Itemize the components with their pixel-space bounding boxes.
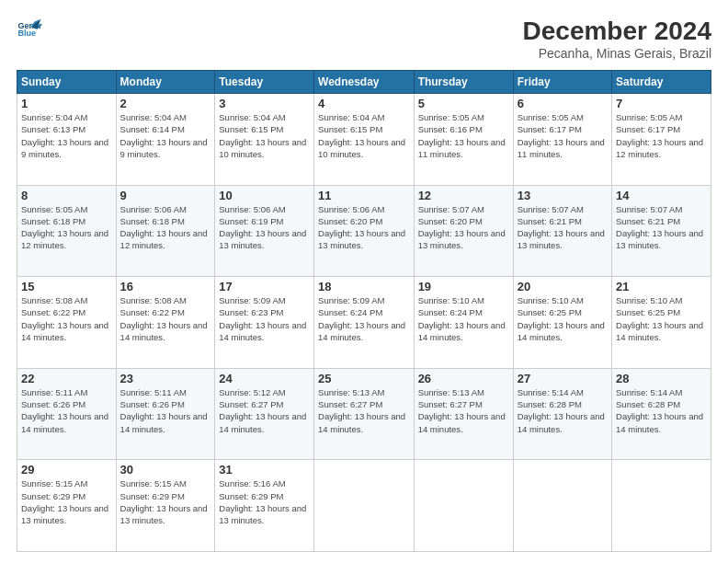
table-cell: 9 Sunrise: 5:06 AMSunset: 6:18 PMDayligh… <box>116 185 215 277</box>
svg-text:Blue: Blue <box>17 29 36 38</box>
main-title: December 2024 <box>523 17 711 46</box>
table-cell: 7 Sunrise: 5:05 AMSunset: 6:17 PMDayligh… <box>612 94 711 186</box>
day-number: 2 <box>120 97 211 110</box>
day-number: 15 <box>21 280 112 293</box>
day-number: 9 <box>120 189 211 202</box>
day-info: Sunrise: 5:10 AMSunset: 6:25 PMDaylight:… <box>518 294 608 343</box>
table-cell: 22 Sunrise: 5:11 AMSunset: 6:26 PMDaylig… <box>17 368 117 460</box>
day-number: 22 <box>21 372 112 385</box>
table-cell: 18 Sunrise: 5:09 AMSunset: 6:24 PMDaylig… <box>314 277 415 369</box>
calendar-table: Sunday Monday Tuesday Wednesday Thursday… <box>17 70 711 552</box>
day-info: Sunrise: 5:09 AMSunset: 6:23 PMDaylight:… <box>219 294 310 343</box>
day-number: 8 <box>21 189 112 202</box>
table-cell: 27 Sunrise: 5:14 AMSunset: 6:28 PMDaylig… <box>513 368 611 460</box>
day-info: Sunrise: 5:09 AMSunset: 6:24 PMDaylight:… <box>318 294 410 343</box>
header-row: Sunday Monday Tuesday Wednesday Thursday… <box>17 71 711 94</box>
table-cell <box>513 460 611 552</box>
col-sunday: Sunday <box>17 71 117 94</box>
table-cell: 21 Sunrise: 5:10 AMSunset: 6:25 PMDaylig… <box>612 277 711 369</box>
day-info: Sunrise: 5:05 AMSunset: 6:17 PMDaylight:… <box>616 111 707 160</box>
table-cell: 30 Sunrise: 5:15 AMSunset: 6:29 PMDaylig… <box>116 460 215 552</box>
day-info: Sunrise: 5:06 AMSunset: 6:19 PMDaylight:… <box>219 203 310 252</box>
day-info: Sunrise: 5:08 AMSunset: 6:22 PMDaylight:… <box>120 294 211 343</box>
table-cell: 4 Sunrise: 5:04 AMSunset: 6:15 PMDayligh… <box>314 94 415 186</box>
table-cell: 8 Sunrise: 5:05 AMSunset: 6:18 PMDayligh… <box>17 185 117 277</box>
day-number: 18 <box>318 280 410 293</box>
day-info: Sunrise: 5:05 AMSunset: 6:16 PMDaylight:… <box>418 111 509 160</box>
col-monday: Monday <box>116 71 215 94</box>
day-number: 4 <box>318 97 410 110</box>
day-info: Sunrise: 5:05 AMSunset: 6:18 PMDaylight:… <box>21 203 112 252</box>
col-wednesday: Wednesday <box>314 71 415 94</box>
table-cell: 13 Sunrise: 5:07 AMSunset: 6:21 PMDaylig… <box>513 185 611 277</box>
day-number: 1 <box>21 97 112 110</box>
day-info: Sunrise: 5:15 AMSunset: 6:29 PMDaylight:… <box>120 477 211 526</box>
day-number: 5 <box>418 97 509 110</box>
table-row: 29 Sunrise: 5:15 AMSunset: 6:29 PMDaylig… <box>17 460 711 552</box>
table-cell: 28 Sunrise: 5:14 AMSunset: 6:28 PMDaylig… <box>612 368 711 460</box>
table-cell: 31 Sunrise: 5:16 AMSunset: 6:29 PMDaylig… <box>215 460 314 552</box>
day-number: 14 <box>616 189 707 202</box>
day-number: 28 <box>616 372 707 385</box>
day-number: 11 <box>318 189 410 202</box>
col-tuesday: Tuesday <box>215 71 314 94</box>
table-cell: 25 Sunrise: 5:13 AMSunset: 6:27 PMDaylig… <box>314 368 415 460</box>
table-cell: 20 Sunrise: 5:10 AMSunset: 6:25 PMDaylig… <box>513 277 611 369</box>
day-number: 23 <box>120 372 211 385</box>
table-row: 22 Sunrise: 5:11 AMSunset: 6:26 PMDaylig… <box>17 368 711 460</box>
day-info: Sunrise: 5:05 AMSunset: 6:17 PMDaylight:… <box>518 111 608 160</box>
day-info: Sunrise: 5:08 AMSunset: 6:22 PMDaylight:… <box>21 294 112 343</box>
col-saturday: Saturday <box>612 71 711 94</box>
day-number: 16 <box>120 280 211 293</box>
day-info: Sunrise: 5:04 AMSunset: 6:13 PMDaylight:… <box>21 111 112 160</box>
logo-icon: General Blue <box>17 17 42 42</box>
day-number: 31 <box>219 463 310 477</box>
day-info: Sunrise: 5:13 AMSunset: 6:27 PMDaylight:… <box>418 386 509 435</box>
day-number: 25 <box>318 372 410 385</box>
day-number: 26 <box>418 372 509 385</box>
day-info: Sunrise: 5:07 AMSunset: 6:20 PMDaylight:… <box>418 203 509 252</box>
table-cell: 23 Sunrise: 5:11 AMSunset: 6:26 PMDaylig… <box>116 368 215 460</box>
day-info: Sunrise: 5:10 AMSunset: 6:25 PMDaylight:… <box>616 294 707 343</box>
table-cell: 15 Sunrise: 5:08 AMSunset: 6:22 PMDaylig… <box>17 277 117 369</box>
day-number: 17 <box>219 280 310 293</box>
table-cell: 11 Sunrise: 5:06 AMSunset: 6:20 PMDaylig… <box>314 185 415 277</box>
day-info: Sunrise: 5:12 AMSunset: 6:27 PMDaylight:… <box>219 386 310 435</box>
col-thursday: Thursday <box>414 71 513 94</box>
table-cell: 19 Sunrise: 5:10 AMSunset: 6:24 PMDaylig… <box>414 277 513 369</box>
day-number: 24 <box>219 372 310 385</box>
table-cell: 6 Sunrise: 5:05 AMSunset: 6:17 PMDayligh… <box>513 94 611 186</box>
day-info: Sunrise: 5:14 AMSunset: 6:28 PMDaylight:… <box>616 386 707 435</box>
table-cell: 26 Sunrise: 5:13 AMSunset: 6:27 PMDaylig… <box>414 368 513 460</box>
table-cell: 3 Sunrise: 5:04 AMSunset: 6:15 PMDayligh… <box>215 94 314 186</box>
subtitle: Pecanha, Minas Gerais, Brazil <box>523 46 711 61</box>
table-cell: 12 Sunrise: 5:07 AMSunset: 6:20 PMDaylig… <box>414 185 513 277</box>
day-number: 3 <box>219 97 310 110</box>
header: General Blue December 2024 Pecanha, Mina… <box>17 17 711 61</box>
day-info: Sunrise: 5:06 AMSunset: 6:18 PMDaylight:… <box>120 203 211 252</box>
day-info: Sunrise: 5:04 AMSunset: 6:14 PMDaylight:… <box>120 111 211 160</box>
table-cell <box>314 460 415 552</box>
day-info: Sunrise: 5:11 AMSunset: 6:26 PMDaylight:… <box>120 386 211 435</box>
logo: General Blue <box>17 17 42 42</box>
day-number: 7 <box>616 97 707 110</box>
day-info: Sunrise: 5:11 AMSunset: 6:26 PMDaylight:… <box>21 386 112 435</box>
day-number: 29 <box>21 463 112 477</box>
day-number: 19 <box>418 280 509 293</box>
table-cell: 16 Sunrise: 5:08 AMSunset: 6:22 PMDaylig… <box>116 277 215 369</box>
day-number: 21 <box>616 280 707 293</box>
table-row: 15 Sunrise: 5:08 AMSunset: 6:22 PMDaylig… <box>17 277 711 369</box>
day-info: Sunrise: 5:16 AMSunset: 6:29 PMDaylight:… <box>219 477 310 526</box>
day-number: 10 <box>219 189 310 202</box>
col-friday: Friday <box>513 71 611 94</box>
table-cell: 10 Sunrise: 5:06 AMSunset: 6:19 PMDaylig… <box>215 185 314 277</box>
day-info: Sunrise: 5:15 AMSunset: 6:29 PMDaylight:… <box>21 477 112 526</box>
day-number: 30 <box>120 463 211 477</box>
table-cell: 14 Sunrise: 5:07 AMSunset: 6:21 PMDaylig… <box>612 185 711 277</box>
day-number: 6 <box>518 97 608 110</box>
day-number: 12 <box>418 189 509 202</box>
day-info: Sunrise: 5:10 AMSunset: 6:24 PMDaylight:… <box>418 294 509 343</box>
day-info: Sunrise: 5:04 AMSunset: 6:15 PMDaylight:… <box>318 111 410 160</box>
day-info: Sunrise: 5:13 AMSunset: 6:27 PMDaylight:… <box>318 386 410 435</box>
day-number: 13 <box>518 189 608 202</box>
